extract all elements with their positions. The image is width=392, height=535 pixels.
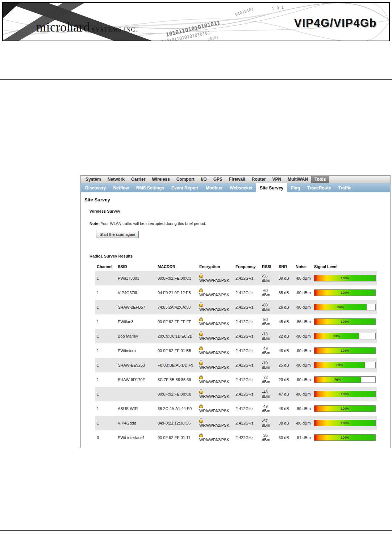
cell-ssid: Bob Marley: [116, 329, 156, 343]
column-header-frequency: Frequency: [234, 262, 260, 271]
cell-noise: -90 dBm: [294, 329, 313, 343]
signal-level-label: 76%: [314, 378, 361, 381]
survey-table-head: ChannelSSIDMACDDREncryptionFrequencyRSSI…: [95, 262, 377, 271]
cell-snr: 22 dB: [277, 329, 294, 343]
cell-noise: -90 dBm: [294, 372, 313, 387]
signal-level-label: 100%: [314, 291, 375, 294]
start-scan-button[interactable]: Start the scan again: [96, 231, 139, 238]
lock-icon: [199, 333, 203, 336]
column-header-ssid: SSID: [116, 262, 156, 271]
brand-logo: microhard SYSTEMS INC.: [36, 20, 137, 35]
signal-level-fill: 73%: [314, 333, 359, 339]
cell-channel: 1: [95, 300, 116, 314]
brand-suffix: SYSTEMS INC.: [92, 26, 137, 33]
main-nav-item-carrier[interactable]: Carrier: [128, 176, 149, 183]
sub-nav-item-netflow[interactable]: Netflow: [109, 183, 132, 192]
sub-nav-item-ping[interactable]: Ping: [287, 183, 304, 192]
sub-nav-item-site-survey[interactable]: Site Survey: [256, 183, 287, 192]
cell-channel: 1: [95, 401, 116, 416]
cell-frequency: 2.412GHz: [234, 358, 260, 372]
signal-level-fill: 83%: [314, 362, 365, 368]
cell-noise: -86 dBm: [294, 387, 313, 401]
sub-nav-item-event-report[interactable]: Event Report: [168, 183, 202, 192]
signal-level-bar: 100%: [314, 391, 376, 397]
main-nav-item-wireless[interactable]: Wireless: [149, 176, 173, 183]
cell-frequency: 2.412GHz: [234, 271, 260, 285]
signal-level-fill: 100%: [314, 348, 375, 354]
signal-level-fill: 100%: [314, 435, 375, 440]
cell-macddr: F8:0B:BE:A6:DD:F9: [156, 358, 198, 372]
survey-table-body: 1PWii17300100:0F:92:FE:00:C3WPA/WPA2/PSK…: [95, 271, 377, 445]
cell-frequency: 2.412GHz: [234, 300, 260, 314]
main-nav-item-network[interactable]: Network: [104, 176, 128, 183]
signal-level-bar: 100%: [314, 434, 376, 441]
main-nav-item-system[interactable]: System: [82, 176, 104, 183]
cell-rssi: -69 dBm: [260, 300, 277, 314]
signal-level-label: 100%: [314, 421, 375, 425]
cell-channel: 1: [95, 416, 116, 430]
cell-macddr: 00:0F:92:FF:FF:FF: [156, 314, 198, 329]
survey-row: 1SHAW-9D170F8C:7F:3B:86:85:69WPA/WPA2/PS…: [95, 372, 377, 387]
cell-noise: -86 dBm: [294, 314, 313, 329]
main-nav-item-tools[interactable]: Tools: [311, 176, 329, 183]
cell-ssid: PWii-interface1: [116, 430, 156, 445]
cell-channel: 1: [95, 285, 116, 300]
cell-ssid: PWiimicro: [116, 343, 156, 358]
survey-header-row: ChannelSSIDMACDDREncryptionFrequencyRSSI…: [95, 262, 377, 271]
lock-icon: [199, 420, 203, 423]
sub-nav-item-websocket[interactable]: Websocket: [226, 183, 256, 192]
signal-level-bar: 73%: [314, 333, 376, 339]
page-title: Site Survey: [84, 197, 390, 202]
signal-level-bar: 100%: [314, 420, 376, 426]
cell-noise: -90 dBm: [294, 343, 313, 358]
survey-table: ChannelSSIDMACDDREncryptionFrequencyRSSI…: [95, 262, 377, 445]
survey-row: 1VIP4Gddd04:F0:21:12:36:C6WPA/WPA2/PSK2.…: [95, 416, 377, 430]
main-nav-item-i-o[interactable]: I/O: [198, 176, 210, 183]
column-header-channel: Channel: [95, 262, 116, 271]
app-screenshot: SystemNetworkCarrierWirelessComportI/OGP…: [80, 175, 391, 448]
lock-icon: [199, 405, 203, 408]
sub-nav-item-discovery[interactable]: Discovery: [82, 183, 109, 192]
cell-signal-level: 100%: [313, 285, 377, 300]
cell-macddr: 00:0F:92:FE:01:11: [156, 430, 198, 445]
lock-icon: [199, 318, 203, 321]
cell-rssi: -57 dBm: [260, 416, 277, 430]
brand-name: microhard: [36, 20, 90, 34]
main-nav-item-gps[interactable]: GPS: [210, 176, 226, 183]
sub-nav-item-traceroute[interactable]: TraceRoute: [304, 183, 334, 192]
cell-signal-level: 100%: [313, 314, 377, 329]
cell-macddr: 00:0F:92:FE:01:B5: [156, 343, 198, 358]
signal-level-bar: 83%: [314, 362, 376, 368]
main-nav-item-multiwan[interactable]: MultiWAN: [284, 176, 311, 183]
signal-level-bar: 100%: [314, 405, 376, 412]
sub-nav-item-traffic[interactable]: Traffic: [335, 183, 355, 192]
cell-rssi: -35 dBm: [260, 430, 277, 445]
cell-encryption: WPA/WPA2/PSK: [198, 358, 234, 372]
survey-row: 1PWiimicro00:0F:92:FE:01:B5WPA/WPA2/PSK2…: [95, 343, 377, 358]
cell-encryption: WPA/WPA2/PSK: [198, 416, 234, 430]
survey-row: 1PWiilan300:0F:92:FF:FF:FFWPA/WPA2/PSK2.…: [95, 314, 377, 329]
lock-icon: [199, 289, 203, 292]
cell-encryption: WPA/WPA2/PSK: [198, 387, 234, 401]
sub-nav-item-modbus[interactable]: Modbus: [202, 183, 226, 192]
cell-ssid: ASUS-WIFI: [116, 401, 156, 416]
lock-icon: [199, 275, 203, 278]
signal-level-label: 100%: [314, 392, 375, 396]
main-nav-item-firewall[interactable]: Firewall: [226, 176, 249, 183]
cell-encryption: WPA/WPA2/PSK: [198, 300, 234, 314]
cell-signal-level: 100%: [313, 430, 377, 445]
main-nav-item-vpn[interactable]: VPN: [269, 176, 284, 183]
cell-signal-level: 100%: [313, 343, 377, 358]
cell-encryption: WPA/WPA2/PSK: [198, 271, 234, 285]
main-nav-item-comport[interactable]: Comport: [173, 176, 198, 183]
product-title: VIP4G/VIP4Gb: [294, 17, 377, 30]
main-nav-item-router[interactable]: Router: [249, 176, 269, 183]
cell-rssi: -49 dBm: [260, 343, 277, 358]
content-area: Site Survey Wireless Survey Note: Your W…: [81, 197, 390, 445]
sub-nav-item-nms-settings[interactable]: NMS Settings: [133, 183, 168, 192]
cell-signal-level: 100%: [313, 387, 377, 401]
cell-snr: 60 dB: [277, 430, 294, 445]
signal-level-fill: 100%: [314, 275, 375, 281]
cell-frequency: 2.412GHz: [234, 329, 260, 343]
signal-level-label: 100%: [314, 349, 375, 352]
